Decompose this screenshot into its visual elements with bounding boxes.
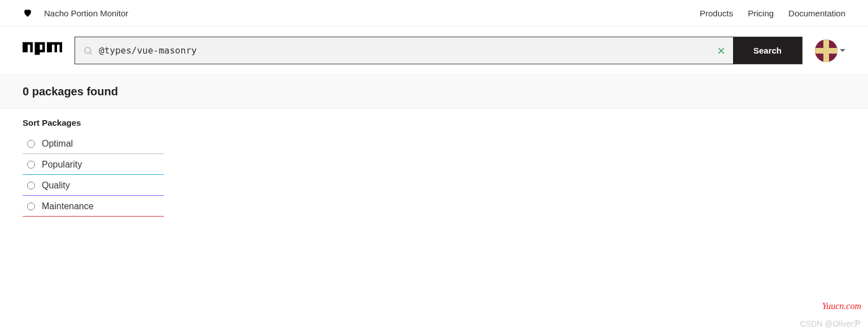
- sort-option-optimal[interactable]: Optimal: [23, 133, 164, 154]
- clear-icon[interactable]: [717, 47, 725, 55]
- svg-point-0: [85, 47, 91, 54]
- nav-documentation[interactable]: Documentation: [788, 8, 845, 18]
- search-row: Search: [0, 27, 868, 75]
- svg-line-1: [90, 52, 92, 55]
- sort-label: Quality: [42, 180, 70, 191]
- search-input[interactable]: [99, 37, 712, 64]
- search-box: [75, 37, 733, 64]
- sort-label: Optimal: [42, 139, 73, 149]
- tagline: Nacho Portion Monitor: [44, 8, 128, 18]
- sort-list: Optimal Popularity Quality Maintenance: [23, 133, 164, 217]
- sort-heading: Sort Packages: [23, 118, 845, 127]
- results-bar: 0 packages found: [0, 75, 868, 109]
- sort-radio-popularity[interactable]: [27, 161, 35, 169]
- top-nav: Products Pricing Documentation: [700, 8, 845, 18]
- heart-icon: [23, 8, 33, 18]
- sort-label: Maintenance: [42, 201, 94, 211]
- top-bar-left: Nacho Portion Monitor: [23, 8, 128, 18]
- sort-radio-quality[interactable]: [27, 182, 35, 189]
- results-count: 0 packages found: [23, 85, 845, 98]
- content: Sort Packages Optimal Popularity Quality…: [0, 109, 868, 226]
- sort-option-maintenance[interactable]: Maintenance: [23, 196, 164, 217]
- sort-label: Popularity: [42, 160, 82, 170]
- search-icon: [83, 46, 93, 56]
- search-button[interactable]: Search: [733, 37, 802, 64]
- top-bar: Nacho Portion Monitor Products Pricing D…: [0, 0, 868, 27]
- sort-radio-optimal[interactable]: [27, 140, 35, 148]
- nav-products[interactable]: Products: [700, 8, 733, 18]
- npm-logo[interactable]: [23, 41, 62, 60]
- avatar: [815, 39, 838, 62]
- sort-option-popularity[interactable]: Popularity: [23, 154, 164, 175]
- chevron-down-icon: [840, 48, 845, 54]
- user-menu[interactable]: [815, 39, 845, 62]
- search-container: Search: [75, 37, 802, 64]
- nav-pricing[interactable]: Pricing: [748, 8, 774, 18]
- sort-option-quality[interactable]: Quality: [23, 175, 164, 196]
- sort-radio-maintenance[interactable]: [27, 202, 35, 210]
